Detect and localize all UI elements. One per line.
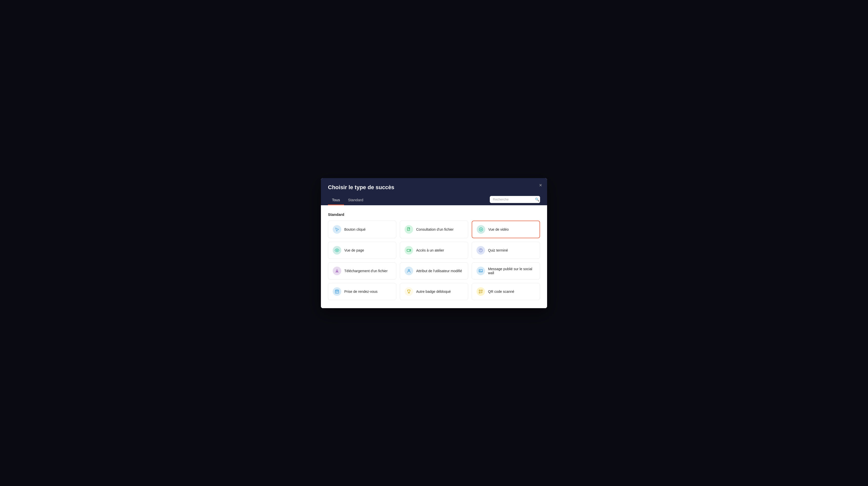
svg-point-9: [480, 270, 480, 270]
icon-calendar: [333, 287, 341, 296]
card-social[interactable]: Message publié sur le social wall: [472, 262, 540, 280]
modal-container: Choisir le type de succès × Tous Standar…: [321, 178, 547, 308]
card-telechargement[interactable]: Téléchargement d'un fichier: [328, 262, 396, 280]
card-label-qr: QR code scanné: [488, 289, 514, 293]
card-qr[interactable]: QR code scanné: [472, 283, 540, 300]
card-label-fichier: Consultation d'un fichier: [416, 227, 454, 231]
icon-download: [333, 267, 341, 275]
search-icon: 🔍: [535, 197, 539, 201]
search-box: 🔍: [490, 196, 540, 203]
svg-rect-14: [479, 290, 480, 290]
card-video[interactable]: Vue de vidéo: [472, 221, 540, 238]
icon-qr: [476, 287, 485, 296]
svg-rect-15: [482, 290, 482, 290]
card-page[interactable]: Vue de page: [328, 242, 396, 259]
card-rdv[interactable]: Prise de rendez-vous: [328, 283, 396, 300]
svg-rect-8: [479, 269, 483, 272]
icon-cursor: [333, 225, 341, 234]
modal-title: Choisir le type de succès: [328, 184, 540, 191]
icon-file: [405, 225, 413, 234]
card-label-video: Vue de vidéo: [488, 227, 509, 231]
section-title: Standard: [328, 212, 540, 217]
svg-rect-0: [407, 227, 410, 230]
icon-trophy: [405, 287, 413, 296]
tab-standard[interactable]: Standard: [344, 195, 367, 205]
card-label-page: Vue de page: [344, 248, 364, 252]
search-input[interactable]: [493, 197, 535, 201]
card-badge[interactable]: Autre badge débloqué: [400, 283, 468, 300]
card-label-badge: Autre badge débloqué: [416, 289, 451, 293]
icon-question: [476, 246, 485, 255]
cards-grid: Bouton cliqué Consultation d'un fichier: [328, 221, 540, 300]
card-atelier[interactable]: Accès à un atelier: [400, 242, 468, 259]
modal-overlay: Choisir le type de succès × Tous Standar…: [0, 0, 868, 486]
card-label-telechargement: Téléchargement d'un fichier: [344, 269, 388, 273]
close-button[interactable]: ×: [539, 182, 542, 188]
tab-group: Tous Standard: [328, 195, 367, 205]
card-attribut[interactable]: Attribut de l'utilisateur modifié: [400, 262, 468, 280]
icon-image: [476, 267, 485, 275]
tabs-search-row: Tous Standard 🔍: [328, 195, 540, 205]
card-label-bouton: Bouton cliqué: [344, 227, 366, 231]
svg-rect-4: [407, 249, 410, 251]
card-bouton[interactable]: Bouton cliqué: [328, 221, 396, 238]
svg-point-3: [337, 250, 338, 251]
svg-rect-16: [479, 292, 480, 293]
svg-marker-2: [481, 229, 482, 230]
svg-point-7: [408, 269, 410, 271]
modal-body: Standard Bouton cliqué: [321, 205, 547, 308]
card-fichier[interactable]: Consultation d'un fichier: [400, 221, 468, 238]
card-label-atelier: Accès à un atelier: [416, 248, 444, 252]
svg-point-6: [480, 251, 481, 251]
card-label-attribut: Attribut de l'utilisateur modifié: [416, 269, 462, 273]
card-quiz[interactable]: Quiz terminé: [472, 242, 540, 259]
tab-tous[interactable]: Tous: [328, 195, 344, 205]
card-label-social: Message publié sur le social wall: [488, 267, 535, 275]
modal-header: Choisir le type de succès × Tous Standar…: [321, 178, 547, 205]
icon-play: [477, 225, 485, 234]
icon-user: [405, 267, 413, 275]
icon-eye: [333, 246, 341, 255]
card-label-quiz: Quiz terminé: [488, 248, 508, 252]
card-label-rdv: Prise de rendez-vous: [344, 289, 377, 293]
icon-camera: [405, 246, 413, 255]
